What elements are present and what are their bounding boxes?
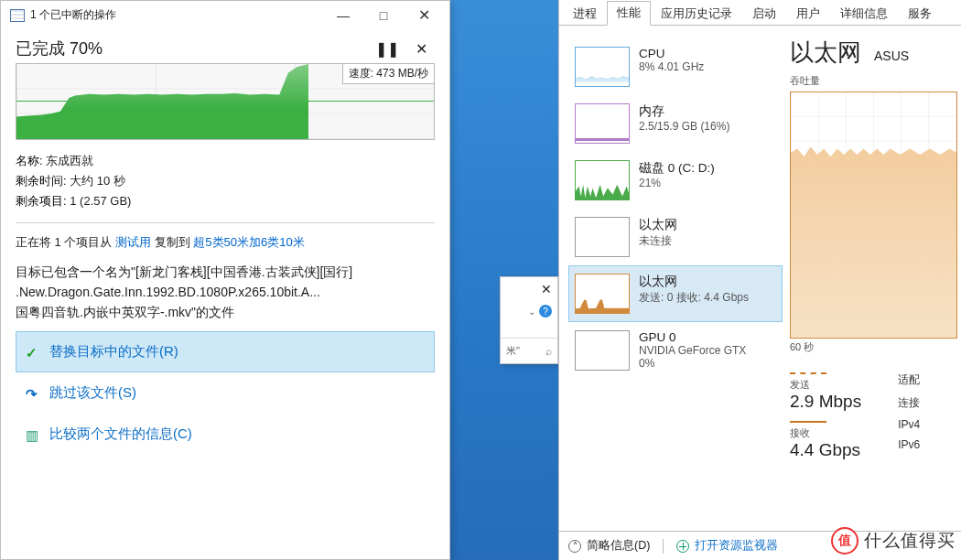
memory-thumb-icon [575,103,630,144]
watermark-text: 什么值得买 [864,529,956,553]
perf-detail: 以太网 ASUS 吞吐量 60 秒 发送 2.9 Mbps 接收 4. [786,26,961,531]
cancel-button[interactable]: ✕ [416,40,427,58]
check-icon [26,345,40,360]
option-compare[interactable]: 比较两个文件的信息(C) [16,414,435,455]
tab-performance[interactable]: 性能 [607,1,651,26]
sidebar-item-memory[interactable]: 内存2.5/15.9 GB (16%) [568,95,783,152]
ethernet-thumb-icon [575,274,630,314]
window-title: 1 个已中断的操作 [30,7,323,23]
fewer-details-toggle[interactable]: ˄ 简略信息(D) [568,538,650,554]
gpu-name: GPU 0 [639,330,746,344]
disk-thumb-icon [575,160,630,200]
cpu-thumb-icon [575,47,630,87]
send-metric: 发送 2.9 Mbps 接收 4.4 Gbps [790,372,861,460]
search-icon[interactable]: ⌕ [545,345,552,358]
disk-name: 磁盘 0 (C: D:) [639,160,715,177]
ethernet-thumb-icon [575,217,630,257]
time-value: 大约 10 秒 [70,174,125,188]
name-label: 名称: [16,154,46,167]
recv-label: 接收 [790,426,861,440]
watermark-logo-icon: 值 [831,527,858,555]
items-value: 1 (2.57 GB) [70,194,131,208]
gpu-thumb-icon [575,330,630,371]
detail-heading: 以太网 [790,37,861,69]
sidebar-item-ethernet-1[interactable]: 以太网发送: 0 接收: 4.4 Gbps [568,265,783,322]
x-axis-tick: 60 秒 [790,340,957,354]
time-label: 剩余时间: [16,174,70,188]
mini-popup: ✕ ⌄ ? 米" ⌕ [500,276,558,364]
open-resource-monitor-label: 打开资源监视器 [695,538,778,554]
adapter-model: ASUS [874,48,909,63]
gpu-sub2: 0% [639,357,746,370]
eth0-sub: 未连接 [639,233,677,249]
side-label-ipv4: IPv4 [898,418,920,431]
close-button[interactable]: ✕ [404,2,444,29]
option-skip[interactable]: 跳过该文件(S) [16,372,435,414]
speed-label: 速度: 473 MB/秒 [342,64,434,84]
send-value: 2.9 Mbps [790,392,861,412]
option-replace[interactable]: 替换目标中的文件(R) [16,331,435,372]
gpu-sub: NVIDIA GeForce GTX [639,344,746,357]
disk-sub: 21% [639,177,715,189]
option-label: 替换目标中的文件(R) [49,343,178,361]
name-value: 东成西就 [46,154,93,167]
side-label-adapter: 适配 [898,372,920,388]
mem-sub: 2.5/15.9 GB (16%) [639,120,729,133]
close-icon[interactable]: ✕ [541,282,552,296]
eth0-name: 以太网 [639,217,677,233]
recv-value: 4.4 Gbps [790,440,861,460]
items-label: 剩余项目: [16,194,70,208]
send-label: 发送 [790,378,861,392]
tab-details[interactable]: 详细信息 [830,2,898,26]
perf-sidebar: CPU8% 4.01 GHz 内存2.5/15.9 GB (16%) 磁盘 0 … [559,26,786,531]
resource-monitor-icon [676,540,689,553]
explorer-icon [10,9,25,22]
help-icon[interactable]: ? [539,305,552,318]
progress-title: 已完成 70% [16,38,103,59]
destination-link[interactable]: 超5类50米加6类10米 [193,235,304,249]
tab-services[interactable]: 服务 [898,2,942,26]
pause-button[interactable]: ❚❚ [375,40,399,58]
sidebar-item-disk[interactable]: 磁盘 0 (C: D:)21% [568,152,783,209]
tab-startup[interactable]: 启动 [742,2,786,26]
tab-users[interactable]: 用户 [786,2,830,26]
sidebar-item-gpu[interactable]: GPU 0 NVIDIA GeForce GTX 0% [568,322,783,379]
compare-icon [26,427,40,442]
tab-bar: 进程 性能 应用历史记录 启动 用户 详细信息 服务 [559,0,961,26]
cpu-sub: 8% 4.01 GHz [639,60,704,73]
mem-name: 内存 [639,103,729,120]
throughput-label: 吞吐量 [790,74,957,88]
fewer-details-label: 简略信息(D) [587,538,650,554]
conflict-message: 目标已包含一个名为"[新龙门客栈][中国香港.古装武侠][国行] .New.Dr… [16,262,435,322]
side-label-ipv6: IPv6 [898,438,920,451]
option-label: 比较两个文件的信息(C) [49,425,192,443]
moving-from-to: 正在将 1 个项目从 测试用 复制到 超5类50米加6类10米 [16,234,435,251]
watermark: 值 什么值得买 [831,527,956,555]
source-link[interactable]: 测试用 [115,235,151,249]
maximize-button[interactable]: □ [363,2,404,29]
network-throughput-chart [790,92,957,339]
search-text-fragment: 米" [506,344,520,358]
chevron-down-icon[interactable]: ⌄ [528,307,535,317]
task-manager-window: 进程 性能 应用历史记录 启动 用户 详细信息 服务 CPU8% 4.01 GH… [558,0,961,560]
option-label: 跳过该文件(S) [49,384,136,402]
eth1-sub: 发送: 0 接收: 4.4 Gbps [639,290,749,306]
transfer-speed-chart: 速度: 473 MB/秒 [16,63,435,140]
side-label-connect: 连接 [898,395,920,411]
titlebar: 1 个已中断的操作 — □ ✕ [1,1,449,30]
skip-icon [26,386,40,401]
sidebar-item-cpu[interactable]: CPU8% 4.01 GHz [568,38,783,95]
eth1-name: 以太网 [639,274,749,290]
chevron-up-icon: ˄ [568,540,581,553]
file-copy-window: 1 个已中断的操作 — □ ✕ 已完成 70% ❚❚ ✕ 速度: 473 MB/… [0,0,450,560]
tab-processes[interactable]: 进程 [563,2,607,26]
minimize-button[interactable]: — [323,2,363,29]
sidebar-item-ethernet-0[interactable]: 以太网未连接 [568,209,783,265]
tab-app-history[interactable]: 应用历史记录 [651,2,742,26]
cpu-name: CPU [639,47,704,60]
open-resource-monitor-link[interactable]: 打开资源监视器 [676,538,778,554]
